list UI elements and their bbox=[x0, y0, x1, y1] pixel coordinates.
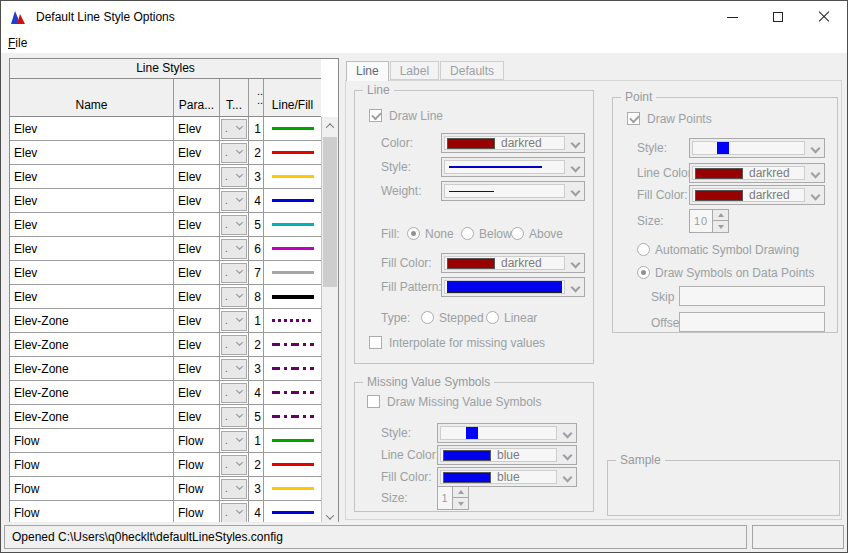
cell-type: . bbox=[220, 333, 249, 356]
type-combo[interactable]: . bbox=[221, 407, 247, 427]
missing-style-combo[interactable] bbox=[437, 423, 577, 443]
table-row[interactable]: Elev Elev . 5 bbox=[10, 213, 321, 237]
table-row[interactable]: Elev-Zone Elev . 4 bbox=[10, 381, 321, 405]
cell-type: . bbox=[220, 141, 249, 164]
type-combo[interactable]: . bbox=[221, 431, 247, 451]
line-weight-combo[interactable] bbox=[441, 181, 585, 201]
point-line-color-combo[interactable]: darkred bbox=[689, 163, 825, 183]
close-button[interactable] bbox=[801, 1, 847, 33]
missing-line-color-combo[interactable]: blue bbox=[437, 445, 577, 465]
draw-missing-value-symbols-checkbox[interactable] bbox=[367, 395, 380, 408]
draw-symbols-on-data-points-radio[interactable] bbox=[637, 266, 650, 279]
fill-none-radio[interactable] bbox=[407, 227, 420, 240]
cell-number: 1 bbox=[249, 429, 264, 452]
table-row[interactable]: Elev Elev . 3 bbox=[10, 165, 321, 189]
type-combo[interactable]: . bbox=[221, 167, 247, 187]
fill-below-radio[interactable] bbox=[461, 227, 474, 240]
cell-type: . bbox=[220, 165, 249, 188]
type-combo[interactable]: . bbox=[221, 119, 247, 139]
draw-line-checkbox[interactable] bbox=[369, 109, 382, 122]
cell-type: . bbox=[220, 237, 249, 260]
menu-bar: File bbox=[1, 33, 847, 53]
tab-panel-line: Line Draw Line Color: darkred Style: Wei… bbox=[345, 80, 842, 520]
type-combo[interactable]: . bbox=[221, 311, 247, 331]
column-header-linefill[interactable]: Line/Fill bbox=[264, 79, 321, 116]
type-combo[interactable]: . bbox=[221, 191, 247, 211]
spinner-down-button[interactable] bbox=[713, 221, 729, 233]
type-combo[interactable]: . bbox=[221, 503, 247, 523]
table-row[interactable]: Elev Elev . 4 bbox=[10, 189, 321, 213]
column-header-number-bottom: .. bbox=[257, 96, 263, 105]
type-combo[interactable]: . bbox=[221, 359, 247, 379]
table-row[interactable]: Elev-Zone Elev . 5 bbox=[10, 405, 321, 429]
line-color-combo[interactable]: darkred bbox=[441, 133, 585, 153]
type-linear-radio[interactable] bbox=[486, 311, 499, 324]
line-style-sample bbox=[272, 367, 314, 370]
spinner-up-button[interactable] bbox=[713, 209, 729, 221]
table-row[interactable]: Elev-Zone Elev . 3 bbox=[10, 357, 321, 381]
point-style-combo[interactable] bbox=[689, 138, 825, 158]
fill-above-radio[interactable] bbox=[511, 227, 524, 240]
tab-line[interactable]: Line bbox=[346, 61, 389, 81]
table-row[interactable]: Elev Elev . 8 bbox=[10, 285, 321, 309]
table-row[interactable]: Elev Elev . 1 bbox=[10, 117, 321, 141]
line-style-sample bbox=[272, 247, 314, 250]
fill-pattern-combo[interactable] bbox=[441, 277, 585, 297]
table-row[interactable]: Flow Flow . 1 bbox=[10, 429, 321, 453]
cell-line-fill bbox=[264, 357, 321, 380]
spinner-up-button[interactable] bbox=[453, 486, 469, 498]
column-header-parameter[interactable]: Para... bbox=[174, 79, 220, 116]
column-header-number[interactable]: .. .. bbox=[249, 79, 264, 116]
line-style-sample bbox=[272, 295, 314, 299]
cell-parameter: Elev bbox=[174, 213, 220, 236]
cell-number: 5 bbox=[249, 213, 264, 236]
draw-points-checkbox[interactable] bbox=[627, 112, 640, 125]
table-row[interactable]: Elev-Zone Elev . 1 bbox=[10, 309, 321, 333]
table-body: Elev Elev . 1 Elev Elev . 2 Elev Elev bbox=[10, 117, 321, 525]
chevron-down-icon bbox=[326, 511, 334, 519]
missing-fill-color-combo[interactable]: blue bbox=[437, 467, 577, 487]
fill-color-combo[interactable]: darkred bbox=[441, 253, 585, 273]
window-controls bbox=[709, 1, 847, 33]
tab-defaults[interactable]: Defaults bbox=[440, 61, 504, 80]
type-combo[interactable]: . bbox=[221, 383, 247, 403]
table-row[interactable]: Elev-Zone Elev . 2 bbox=[10, 333, 321, 357]
table-row[interactable]: Elev Elev . 7 bbox=[10, 261, 321, 285]
line-style-sample bbox=[272, 223, 314, 226]
column-header-name[interactable]: Name bbox=[10, 79, 174, 116]
table-row[interactable]: Elev Elev . 6 bbox=[10, 237, 321, 261]
vertical-scrollbar[interactable] bbox=[321, 117, 338, 525]
point-size-spinner[interactable]: 10 bbox=[689, 209, 729, 233]
type-combo[interactable]: . bbox=[221, 287, 247, 307]
interpolate-checkbox[interactable] bbox=[369, 336, 382, 349]
offset-input[interactable] bbox=[679, 312, 825, 332]
column-header-type[interactable]: T... bbox=[220, 79, 249, 116]
maximize-button[interactable] bbox=[755, 1, 801, 33]
type-combo[interactable]: . bbox=[221, 143, 247, 163]
scroll-up-button[interactable] bbox=[322, 117, 338, 134]
type-combo[interactable]: . bbox=[221, 455, 247, 475]
table-row[interactable]: Elev Elev . 2 bbox=[10, 141, 321, 165]
missing-size-spinner[interactable]: 1 bbox=[437, 486, 469, 510]
point-fill-color-combo[interactable]: darkred bbox=[689, 185, 825, 205]
minimize-button[interactable] bbox=[709, 1, 755, 33]
scrollbar-thumb[interactable] bbox=[323, 137, 337, 287]
line-style-combo[interactable] bbox=[441, 157, 585, 177]
cell-name: Flow bbox=[10, 429, 174, 452]
table-row[interactable]: Flow Flow . 2 bbox=[10, 453, 321, 477]
automatic-symbol-drawing-radio[interactable] bbox=[637, 243, 650, 256]
cell-line-fill bbox=[264, 261, 321, 284]
type-combo[interactable]: . bbox=[221, 335, 247, 355]
table-row[interactable]: Flow Flow . 3 bbox=[10, 477, 321, 501]
type-combo[interactable]: . bbox=[221, 239, 247, 259]
type-stepped-radio[interactable] bbox=[421, 311, 434, 324]
menu-file[interactable]: File bbox=[1, 36, 34, 50]
type-combo[interactable]: . bbox=[221, 479, 247, 499]
spinner-down-button[interactable] bbox=[453, 498, 469, 510]
skip-input[interactable] bbox=[679, 286, 825, 306]
type-combo[interactable]: . bbox=[221, 263, 247, 283]
cell-parameter: Elev bbox=[174, 333, 220, 356]
tab-label[interactable]: Label bbox=[390, 61, 439, 80]
type-combo[interactable]: . bbox=[221, 215, 247, 235]
cell-parameter: Elev bbox=[174, 309, 220, 332]
